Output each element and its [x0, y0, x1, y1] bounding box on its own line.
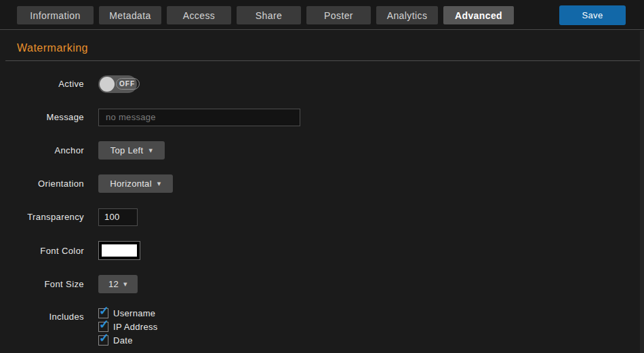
includes-checkbox-list: ✓ Username ✓ IP Address ✓ D	[98, 308, 158, 346]
active-label: Active	[0, 79, 84, 89]
include-option-label: IP Address	[113, 322, 158, 332]
font-color-label: Font Color	[0, 246, 84, 256]
form-row-font-size: Font Size 12 ▾	[0, 275, 644, 293]
font-size-selected-value: 12	[108, 279, 119, 289]
form-row-transparency: Transparency	[0, 208, 644, 226]
include-option-label: Date	[113, 335, 133, 346]
form-row-message: Message	[0, 108, 644, 126]
orientation-label: Orientation	[0, 179, 84, 189]
checkbox-checked-icon[interactable]: ✓	[98, 322, 108, 332]
form-row-anchor: Anchor Top Left ▾	[0, 141, 644, 160]
form-row-active: Active OFF	[0, 75, 644, 93]
check-icon: ✓	[99, 305, 109, 317]
tab-analytics[interactable]: Analytics	[376, 6, 438, 24]
message-input[interactable]	[98, 109, 300, 126]
font-size-label: Font Size	[0, 279, 84, 289]
active-toggle[interactable]: OFF	[98, 75, 137, 93]
message-label: Message	[0, 112, 84, 122]
anchor-label: Anchor	[0, 145, 84, 155]
font-color-picker[interactable]	[98, 241, 140, 260]
orientation-dropdown[interactable]: Horizontal ▾	[98, 174, 173, 193]
tab-bar: Information Metadata Access Share Poster…	[0, 0, 644, 30]
tab-information[interactable]: Information	[17, 6, 94, 24]
section-title: Watermarking	[17, 41, 644, 55]
font-color-swatch	[102, 244, 137, 257]
tab-poster[interactable]: Poster	[306, 6, 371, 24]
checkbox-checked-icon[interactable]: ✓	[98, 308, 108, 318]
transparency-label: Transparency	[0, 212, 84, 222]
check-icon: ✓	[99, 332, 109, 344]
orientation-selected-value: Horizontal	[110, 179, 152, 189]
toggle-knob-icon	[100, 77, 115, 92]
tab-nav: Information Metadata Access Share Poster…	[0, 0, 514, 24]
advanced-settings-panel: Watermarking Active OFF Message Anchor T…	[0, 41, 644, 346]
include-option-ip-address[interactable]: ✓ IP Address	[98, 322, 158, 332]
anchor-dropdown[interactable]: Top Left ▾	[98, 141, 165, 160]
transparency-input[interactable]	[98, 208, 138, 226]
check-icon: ✓	[99, 318, 109, 331]
chevron-down-icon: ▾	[148, 147, 153, 154]
tab-share[interactable]: Share	[237, 6, 301, 24]
tab-metadata[interactable]: Metadata	[99, 6, 161, 24]
watermarking-form: Active OFF Message Anchor Top Left ▾	[0, 75, 644, 346]
include-option-label: Username	[113, 308, 155, 318]
form-row-orientation: Orientation Horizontal ▾	[0, 174, 644, 193]
section-divider	[5, 60, 640, 61]
tab-access[interactable]: Access	[167, 6, 231, 24]
checkbox-checked-icon[interactable]: ✓	[98, 335, 108, 346]
form-row-includes: Includes ✓ Username ✓ IP Address	[0, 308, 644, 346]
anchor-selected-value: Top Left	[110, 145, 144, 155]
scrollbar[interactable]	[640, 31, 644, 353]
includes-label: Includes	[0, 308, 84, 322]
include-option-username[interactable]: ✓ Username	[98, 308, 158, 318]
form-row-font-color: Font Color	[0, 241, 644, 260]
include-option-date[interactable]: ✓ Date	[98, 335, 158, 346]
font-size-dropdown[interactable]: 12 ▾	[98, 275, 138, 293]
tab-advanced[interactable]: Advanced	[443, 6, 514, 24]
chevron-down-icon: ▾	[123, 280, 127, 288]
save-button[interactable]: Save	[559, 5, 626, 25]
toggle-state-label: OFF	[116, 78, 140, 90]
chevron-down-icon: ▾	[157, 180, 161, 187]
